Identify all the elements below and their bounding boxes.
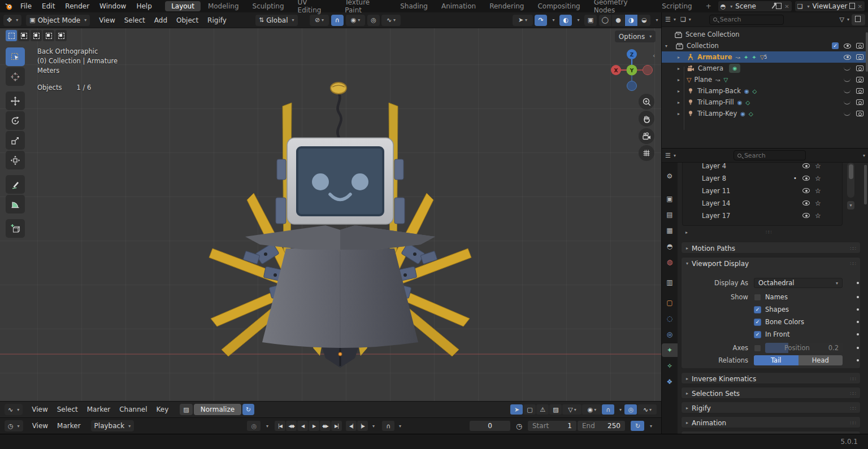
layer-solo-star-icon[interactable]: ☆: [815, 199, 821, 207]
properties-options-dropdown[interactable]: ▾: [863, 153, 865, 158]
next-keyframe-button[interactable]: ◆▶: [320, 421, 331, 431]
axes-checkbox[interactable]: [754, 345, 761, 352]
workspace-tab-shading[interactable]: Shading: [394, 1, 434, 11]
show-gizmo-toggle[interactable]: ↷: [535, 15, 547, 26]
menu-add[interactable]: Add: [150, 16, 172, 24]
select-extend-button[interactable]: [18, 30, 29, 41]
render-toggle-camera-icon[interactable]: [856, 66, 863, 71]
menu-view[interactable]: View: [94, 16, 119, 24]
panel-grip[interactable]: ∷∷: [850, 246, 856, 251]
tab-constraints[interactable]: ◎: [662, 328, 678, 341]
panel-grip[interactable]: ∷∷: [850, 406, 856, 411]
viewlayer-selector[interactable]: ❏ ▾ ViewLayer ✕: [795, 1, 865, 11]
layer-solo-star-icon[interactable]: ☆: [815, 163, 821, 170]
current-frame-field[interactable]: 0: [470, 421, 510, 431]
expand-icon[interactable]: ▸: [685, 230, 688, 235]
layer-row[interactable]: Layer 4 ☆: [683, 163, 843, 172]
layer-solo-star-icon[interactable]: ☆: [815, 212, 821, 220]
start-frame-field[interactable]: Start1: [528, 421, 576, 431]
play-reverse-button[interactable]: ◀: [297, 421, 308, 431]
pivot-dropdown[interactable]: ◉▾: [582, 404, 601, 415]
collection-checkbox[interactable]: ✓: [832, 42, 839, 49]
in-front-checkbox[interactable]: ✓: [754, 331, 761, 338]
workspace-tab-compositing[interactable]: Compositing: [531, 1, 586, 11]
graph-menu-select[interactable]: Select: [53, 406, 83, 413]
tab-physics[interactable]: ◌: [662, 312, 678, 325]
display-as-dropdown[interactable]: Octahedral ▾: [754, 278, 843, 288]
blender-logo-icon[interactable]: [5, 2, 13, 11]
scene-name[interactable]: Scene: [735, 2, 770, 10]
viewport-3d[interactable]: Back Orthographic (0) Collection | Armat…: [0, 28, 661, 401]
tool-scale[interactable]: [6, 131, 25, 150]
armature-robot-model[interactable]: [0, 28, 661, 401]
select-invert-button[interactable]: [43, 30, 54, 41]
panel-grip[interactable]: ∷∷: [850, 376, 856, 382]
unlink-scene-icon[interactable]: ✕: [784, 3, 789, 10]
proportional-toggle[interactable]: ◎: [624, 404, 637, 415]
expand-icon[interactable]: ▸: [678, 77, 687, 82]
axis-minus-x[interactable]: [643, 66, 653, 75]
outliner-filter-dropdown[interactable]: ▽▾: [840, 16, 849, 23]
normalize-toggle[interactable]: Normalize: [194, 404, 241, 415]
shading-wireframe-button[interactable]: ◯: [599, 15, 611, 26]
hidden-eye-icon[interactable]: [844, 101, 850, 104]
list-scrollbar[interactable]: [847, 163, 854, 198]
outliner-editor-dropdown[interactable]: ☰▾: [665, 16, 676, 23]
snap-target-dropdown[interactable]: ⊘▾: [310, 15, 329, 26]
graph-editor-type-dropdown[interactable]: ∿▾: [5, 404, 23, 415]
axis-minus-z[interactable]: [627, 81, 637, 91]
playback-sync-button[interactable]: ↻: [631, 421, 644, 431]
tweak-tool-button[interactable]: ➤: [510, 404, 523, 415]
outliner-row-trilamp-fill[interactable]: ▸ TriLamp-Fill ◉ ◇: [662, 97, 868, 108]
timeline-snap-dropdown[interactable]: ▾: [395, 421, 403, 431]
box-select-button[interactable]: ▢: [523, 404, 536, 415]
animate-dot[interactable]: [857, 282, 859, 284]
step-dropdown[interactable]: ▾: [368, 421, 376, 431]
render-toggle-camera-icon[interactable]: [856, 54, 863, 60]
tab-bone[interactable]: ✧: [662, 359, 678, 373]
scene-selector[interactable]: ◓ ▾ Scene ✕: [718, 1, 792, 11]
outliner-display-mode-dropdown[interactable]: ❏▾: [680, 16, 691, 23]
shapes-checkbox[interactable]: ✓: [754, 306, 761, 313]
workspace-tab-sculpting[interactable]: Sculpting: [246, 1, 290, 11]
animate-dot[interactable]: [857, 359, 859, 361]
layer-row[interactable]: Layer 11 ☆: [683, 185, 843, 197]
filter-dropdown[interactable]: ▽▾: [562, 404, 581, 415]
timeline-menu-view[interactable]: View: [28, 422, 53, 430]
panel-motion-paths[interactable]: ▸ Motion Paths ∷∷: [681, 242, 861, 254]
tab-scene[interactable]: ◓: [662, 239, 678, 253]
animate-dot[interactable]: [857, 333, 859, 335]
outliner-search-input[interactable]: [720, 16, 776, 23]
animate-dot[interactable]: [857, 296, 859, 298]
shading-rendered-button[interactable]: ◒: [638, 15, 650, 26]
bone-colors-checkbox[interactable]: ✓: [754, 319, 761, 326]
normalize-view-button[interactable]: ▨: [549, 404, 562, 415]
workspace-tab-layout[interactable]: Layout: [165, 1, 201, 11]
panel-grip[interactable]: ∷∷: [850, 261, 856, 267]
tab-view-layer[interactable]: ▦: [662, 224, 678, 237]
animate-dot[interactable]: [857, 321, 859, 323]
new-scene-icon[interactable]: [777, 4, 782, 9]
workspace-tab-geometry-nodes[interactable]: Geometry Nodes: [588, 0, 655, 15]
snap-toggle[interactable]: ∩: [331, 15, 344, 26]
shading-dropdown[interactable]: ▾: [652, 15, 661, 26]
hidden-eye-icon[interactable]: [844, 112, 850, 116]
hidden-eye-icon[interactable]: [844, 67, 850, 71]
list-expand-button[interactable]: ▾: [847, 201, 854, 210]
properties-search-input[interactable]: [744, 152, 801, 159]
xray-toggle[interactable]: ▣: [584, 15, 597, 26]
collapse-arrow-icon[interactable]: ‹: [653, 52, 655, 59]
workspace-tab-texture-paint[interactable]: Texture Paint: [338, 0, 393, 15]
outliner-row-scene-collection[interactable]: Scene Collection: [662, 29, 868, 40]
gizmo-dropdown[interactable]: ▾: [548, 15, 557, 26]
tool-add-cube[interactable]: [6, 219, 25, 238]
outliner-row-collection[interactable]: ▾ Collection ✓: [662, 40, 868, 51]
tool-transform[interactable]: [6, 151, 25, 169]
transform-orientation-dropdown[interactable]: ⇅ Global▾: [255, 15, 298, 26]
remove-viewlayer-icon[interactable]: ✕: [858, 3, 862, 10]
outliner-row-trilamp-back[interactable]: ▸ TriLamp-Back ◉ ◇: [662, 85, 868, 97]
layer-row[interactable]: Layer 8 • ☆: [683, 172, 843, 184]
panel-inverse-kinematics[interactable]: ▸ Inverse Kinematics∷∷: [681, 372, 861, 384]
properties-editor-dropdown[interactable]: ☰▾: [665, 152, 676, 159]
tool-annotate[interactable]: [6, 175, 25, 194]
